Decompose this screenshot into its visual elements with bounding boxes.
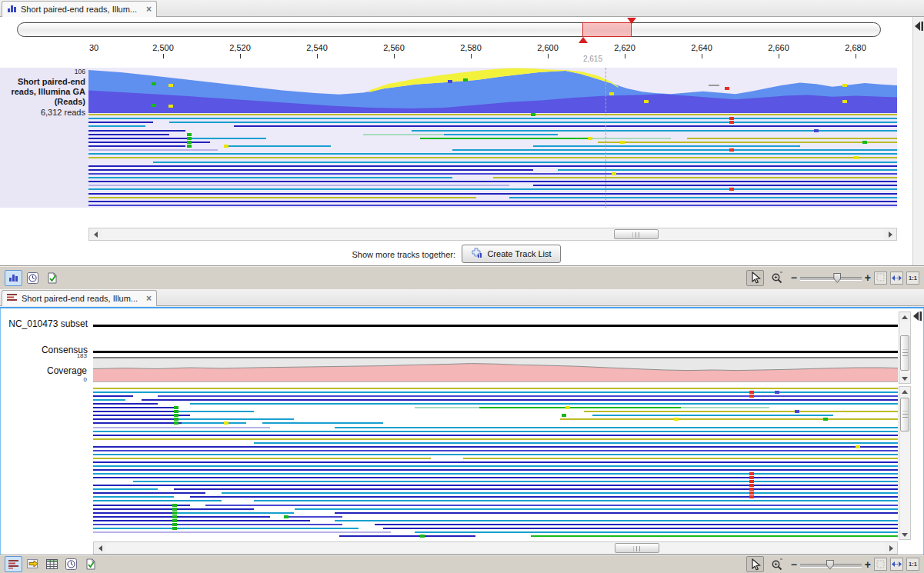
v-scrollbar-reads[interactable] [899,386,911,540]
mismatch-marker [749,395,754,398]
h-scrollbar[interactable] [88,228,897,241]
read-segment [88,188,897,190]
create-track-list-icon [471,248,483,260]
zoom-tool-icon[interactable] [769,270,786,286]
zoom-100-button[interactable]: 1:1 [906,558,919,571]
read-segment [286,516,342,518]
alignment-content: NC_010473 subset Consensus 183 Coverage … [0,308,924,555]
pointer-tool-icon[interactable] [746,556,764,572]
coverage-chart[interactable] [93,357,898,382]
read-segment [533,145,800,147]
alignment-view-icon[interactable] [5,556,22,572]
mismatch-marker [612,172,616,175]
zoom-to-selection-icon[interactable] [874,558,887,571]
read-segment [375,524,898,525]
scroll-thumb[interactable] [900,335,909,371]
h-scrollbar[interactable] [93,541,898,555]
scroll-thumb[interactable] [614,229,659,239]
position-ruler: 302,5002,5202,5402,5602,5802,6002,6202,6… [0,43,897,66]
table-view-icon[interactable] [43,556,61,572]
history-icon[interactable] [62,556,80,572]
reads-view[interactable] [88,113,897,208]
zoom-100-button[interactable]: 1:1 [906,272,919,285]
coverage-track-content: 302,5002,5202,5402,5602,5802,6002,6202,6… [0,17,924,265]
sidebar-collapse-icon[interactable] [915,22,923,32]
fit-width-icon[interactable] [890,272,903,285]
zoom-to-selection-icon[interactable] [874,272,887,285]
ruler-tick [779,54,779,58]
scroll-right-icon[interactable] [884,228,896,240]
v-scrollbar-consensus[interactable] [899,311,911,384]
read-segment [176,411,254,412]
annotation-view-icon[interactable] [24,556,42,572]
mismatch-marker [187,145,192,148]
element-info-icon[interactable] [82,556,99,572]
read-segment [189,138,266,139]
selection-handle-right[interactable] [627,18,636,24]
overview-selection[interactable] [582,22,632,37]
read-segment [93,524,342,525]
scroll-left-icon[interactable] [89,228,102,240]
consensus-sequence-line[interactable] [93,351,898,353]
tab-close-icon[interactable]: × [146,293,152,304]
mismatch-marker [174,414,178,417]
read-segment [93,454,898,455]
coverage-track-view-panel: Short paired-end reads, Illum... × 302,5… [0,0,924,289]
mismatch-marker [749,495,754,498]
track-view-icon[interactable] [5,270,22,286]
read-segment [262,422,383,424]
scroll-thumb[interactable] [615,543,659,553]
coverage-graph[interactable] [88,68,897,113]
mismatch-marker [729,188,734,191]
element-info-icon[interactable] [43,270,61,286]
reference-sequence-line[interactable] [93,325,898,327]
mismatch-marker [749,480,754,483]
zoom-out-button[interactable]: − [791,559,797,570]
tab-coverage-track[interactable]: Short paired-end reads, Illum... × [2,1,157,17]
mismatch-marker [729,148,734,152]
read-segment [93,469,898,471]
scroll-right-icon[interactable] [885,542,897,554]
scroll-up-icon[interactable] [899,387,910,396]
reads-alignment-view[interactable] [93,387,898,538]
zoom-out-button[interactable]: − [791,272,797,283]
selection-handle-left[interactable] [579,37,588,43]
read-segment [93,492,205,494]
read-segment [560,418,898,420]
read-segment [335,520,898,521]
read-segment [254,500,898,501]
tracks-footer-prompt: Show more tracks together: [0,250,455,259]
create-track-list-button[interactable]: Create Track List [462,245,561,263]
read-segment [584,411,898,412]
read-segment [176,418,295,420]
tab-label: Short paired-end reads, Illum... [21,5,137,14]
scroll-down-icon[interactable] [899,374,910,383]
read-segment [558,169,897,171]
scroll-thumb[interactable] [900,398,909,431]
scroll-down-icon[interactable] [899,530,910,539]
history-icon[interactable] [24,270,42,286]
zoom-in-button[interactable]: + [865,272,871,283]
zoom-slider[interactable] [800,558,862,571]
fit-width-icon[interactable] [890,558,903,571]
mismatch-marker [823,418,828,421]
read-segment [88,165,897,167]
ruler-tick-label: 2,500 [152,43,174,52]
zoom-slider[interactable] [800,272,862,284]
read-segment [493,177,898,178]
mismatch-marker [795,410,799,413]
overview-navigator[interactable] [17,22,881,37]
zoom-tool-icon[interactable] [769,556,786,572]
scroll-left-icon[interactable] [94,542,106,554]
tab-reads-alignment[interactable]: Short paired-end reads, Illum... × [2,290,157,306]
read-segment [93,516,270,518]
mismatch-marker [172,527,177,530]
variant-marker [709,85,719,86]
zoom-in-button[interactable]: + [865,559,871,570]
sidebar-collapse-icon[interactable] [913,311,922,322]
mismatch-marker [562,414,566,417]
pointer-tool-icon[interactable] [746,270,764,286]
scroll-up-icon[interactable] [899,312,910,321]
top-tab-bar: Short paired-end reads, Illum... × [0,0,924,17]
tab-close-icon[interactable]: × [146,4,152,15]
